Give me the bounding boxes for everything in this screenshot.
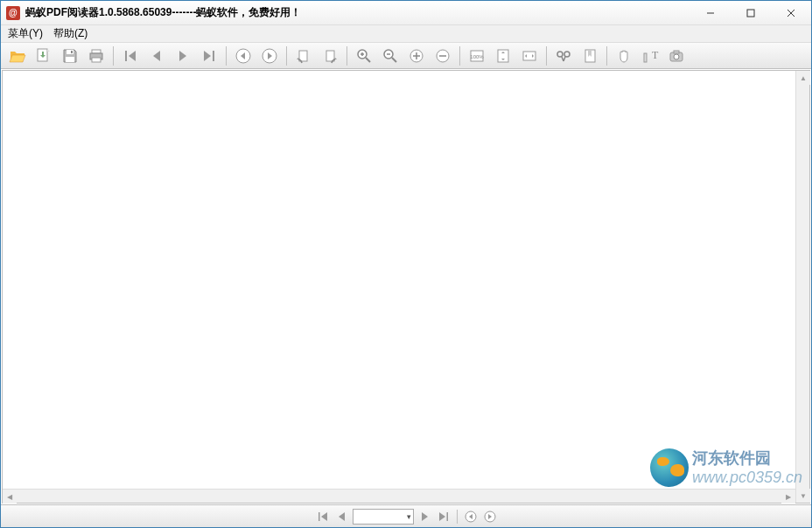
bottom-next-page-button[interactable] bbox=[416, 508, 433, 525]
last-page-button[interactable] bbox=[198, 45, 220, 67]
bottom-last-page-button[interactable] bbox=[435, 508, 452, 525]
minimize-button[interactable] bbox=[690, 1, 731, 24]
svg-text:T: T bbox=[652, 49, 659, 61]
fit-width-button[interactable] bbox=[518, 45, 541, 67]
fit-page-button[interactable] bbox=[492, 45, 514, 67]
svg-rect-43 bbox=[318, 512, 320, 521]
svg-rect-12 bbox=[213, 51, 214, 61]
svg-point-34 bbox=[564, 52, 570, 57]
menu-bar: 菜单(Y) 帮助(Z) bbox=[1, 25, 811, 43]
watermark: 河东软件园 www.pc0359.cn bbox=[650, 448, 802, 487]
svg-line-18 bbox=[366, 58, 370, 62]
nav-back-button[interactable] bbox=[232, 45, 255, 67]
svg-rect-38 bbox=[644, 53, 647, 62]
svg-rect-1 bbox=[747, 10, 754, 17]
bookmark-button[interactable] bbox=[578, 45, 601, 67]
bottom-nav-forward-button[interactable] bbox=[481, 508, 499, 525]
close-button[interactable] bbox=[771, 1, 811, 24]
horizontal-scrollbar[interactable]: ◀ ▶ bbox=[3, 489, 795, 503]
svg-line-36 bbox=[564, 57, 565, 61]
svg-point-41 bbox=[674, 54, 679, 59]
maximize-button[interactable] bbox=[731, 1, 771, 24]
vertical-scrollbar[interactable]: ▲ ▼ bbox=[795, 71, 809, 503]
scroll-right-icon[interactable]: ▶ bbox=[781, 490, 795, 504]
menu-item-file[interactable]: 菜单(Y) bbox=[8, 26, 43, 41]
print-button[interactable] bbox=[85, 45, 108, 67]
toolbar-separator bbox=[546, 46, 547, 66]
svg-text:100%: 100% bbox=[470, 54, 484, 59]
scroll-down-icon[interactable]: ▼ bbox=[796, 489, 810, 503]
window-title: 蚂蚁PDF阅读器1.0.5868.65039-------蚂蚁软件，免费好用！ bbox=[25, 5, 690, 20]
watermark-brand: 河东软件园 bbox=[692, 449, 771, 467]
bottom-prev-page-button[interactable] bbox=[333, 508, 351, 525]
toolbar-separator bbox=[226, 46, 227, 66]
enlarge-button[interactable] bbox=[405, 45, 428, 67]
page-number-input[interactable]: ▾ bbox=[353, 509, 414, 525]
svg-rect-42 bbox=[674, 51, 679, 53]
window-controls bbox=[690, 1, 811, 24]
globe-icon bbox=[650, 448, 689, 487]
watermark-url: www.pc0359.cn bbox=[692, 469, 802, 486]
document-viewport[interactable]: ▲ ▼ ◀ ▶ 河东软件园 www.pc0359.cn bbox=[2, 70, 810, 504]
rotate-cw-button[interactable] bbox=[318, 45, 341, 67]
svg-line-22 bbox=[392, 58, 396, 62]
toolbar-separator bbox=[286, 46, 287, 66]
scroll-up-icon[interactable]: ▲ bbox=[796, 71, 810, 85]
svg-rect-8 bbox=[92, 50, 101, 53]
zoom-out-button[interactable] bbox=[379, 45, 402, 67]
svg-rect-7 bbox=[71, 51, 73, 53]
text-select-button[interactable]: T bbox=[639, 45, 662, 67]
toolbar-separator bbox=[459, 46, 460, 66]
snapshot-button[interactable] bbox=[665, 45, 688, 67]
prev-page-button[interactable] bbox=[145, 45, 168, 67]
scroll-track[interactable] bbox=[796, 85, 809, 489]
rotate-ccw-button[interactable] bbox=[292, 45, 315, 67]
actual-size-button[interactable]: 100% bbox=[466, 45, 488, 67]
save-button[interactable] bbox=[59, 45, 81, 67]
toolbar-separator bbox=[606, 46, 607, 66]
zoom-in-button[interactable] bbox=[353, 45, 375, 67]
bottom-nav-back-button[interactable] bbox=[462, 508, 480, 525]
title-bar: @ 蚂蚁PDF阅读器1.0.5868.65039-------蚂蚁软件，免费好用… bbox=[1, 1, 811, 25]
chevron-down-icon[interactable]: ▾ bbox=[407, 512, 411, 521]
open-button[interactable] bbox=[6, 45, 29, 67]
bottom-nav-bar: ▾ bbox=[1, 504, 811, 527]
bottom-first-page-button[interactable] bbox=[314, 508, 332, 525]
shrink-button[interactable] bbox=[431, 45, 454, 67]
main-toolbar: 100% T bbox=[1, 43, 811, 69]
toolbar-separator bbox=[113, 46, 114, 66]
app-icon: @ bbox=[6, 6, 20, 20]
next-page-button[interactable] bbox=[172, 45, 194, 67]
save-to-button[interactable] bbox=[32, 45, 55, 67]
svg-rect-11 bbox=[125, 51, 127, 61]
find-button[interactable] bbox=[552, 45, 575, 67]
scroll-left-icon[interactable]: ◀ bbox=[3, 490, 17, 504]
svg-rect-6 bbox=[66, 57, 74, 62]
nav-forward-button[interactable] bbox=[258, 45, 281, 67]
menu-item-help[interactable]: 帮助(Z) bbox=[53, 26, 88, 41]
hand-tool-button[interactable] bbox=[612, 45, 635, 67]
scroll-track[interactable] bbox=[17, 490, 781, 503]
svg-rect-10 bbox=[92, 58, 101, 62]
toolbar-separator bbox=[346, 46, 347, 66]
svg-point-33 bbox=[557, 52, 563, 57]
first-page-button[interactable] bbox=[119, 45, 142, 67]
svg-rect-44 bbox=[446, 512, 448, 521]
bottom-separator bbox=[457, 510, 458, 524]
